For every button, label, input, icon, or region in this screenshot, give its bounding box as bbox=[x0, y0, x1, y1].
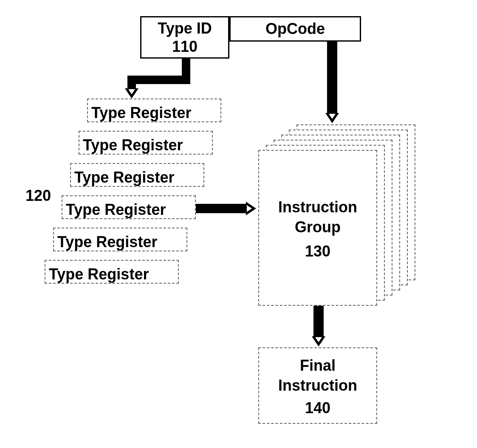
arrow-opcode-down bbox=[327, 42, 337, 113]
arrow-reg-to-group bbox=[196, 204, 246, 213]
type-register-3-text: Type Register bbox=[74, 169, 174, 186]
registers-number: 120 bbox=[25, 187, 51, 205]
type-register-2-text: Type Register bbox=[83, 136, 183, 154]
arrow-typeid-down2 bbox=[127, 76, 136, 88]
arrow-typeid-horiz bbox=[127, 76, 190, 84]
final-instruction-title: Final Instruction bbox=[259, 356, 376, 396]
arrow-typeid-head-inner bbox=[128, 89, 135, 94]
type-register-5-text: Type Register bbox=[57, 233, 157, 251]
type-register-4-text: Type Register bbox=[66, 201, 166, 219]
instruction-group-title: Instruction Group bbox=[259, 197, 376, 237]
final-instruction-number: 140 bbox=[259, 398, 376, 418]
opcode-label: OpCode bbox=[265, 20, 325, 37]
type-register-1-text: Type Register bbox=[91, 104, 191, 122]
typeid-number: 110 bbox=[141, 37, 228, 56]
arrow-group-to-final-head-inner bbox=[315, 337, 322, 342]
instruction-group-box: Instruction Group 130 bbox=[258, 150, 377, 306]
typeid-label: Type ID bbox=[141, 19, 228, 37]
final-instruction-box: Final Instruction 140 bbox=[258, 347, 377, 424]
type-register-6-text: Type Register bbox=[49, 265, 149, 283]
typeid-box: Type ID 110 bbox=[140, 16, 229, 59]
arrow-group-to-final bbox=[313, 306, 324, 336]
arrow-opcode-head-inner bbox=[329, 114, 336, 119]
arrow-reg-to-group-head-inner bbox=[247, 205, 252, 212]
instruction-group-number: 130 bbox=[259, 242, 376, 262]
opcode-box: OpCode bbox=[229, 16, 361, 42]
arrow-typeid-down bbox=[182, 59, 190, 76]
